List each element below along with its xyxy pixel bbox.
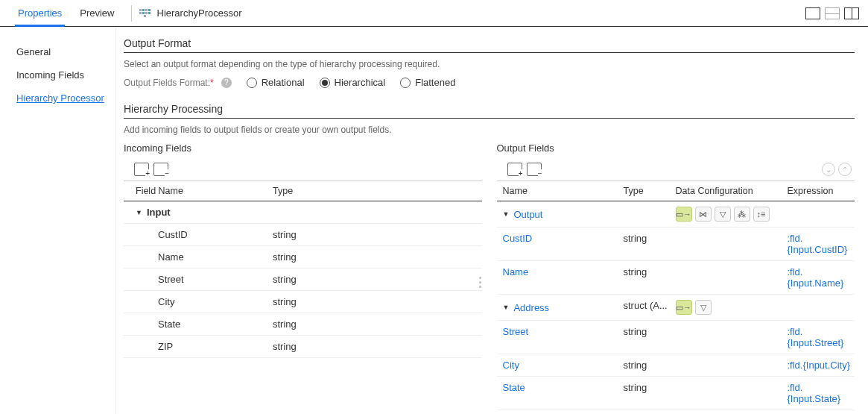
table-row[interactable]: Statestring [124,313,482,336]
collapse-all-output-icon[interactable] [527,163,542,176]
expression[interactable]: :fld.{Input.CustID} [788,233,848,255]
join-icon[interactable]: ⋈ [695,207,712,222]
sort-icon[interactable]: ↕≡ [753,207,770,222]
field-name: State [124,319,273,330]
sidebar-item-incoming-fields[interactable]: Incoming Fields [16,63,115,87]
table-row[interactable]: Streetstring [124,269,482,291]
expand-all-output-icon[interactable] [507,163,522,176]
group-icon[interactable]: ⁂ [734,207,750,222]
caret-down-icon: ▼ [503,304,510,311]
tab-properties[interactable]: Properties [9,0,71,26]
scroll-up-icon[interactable]: ⌃ [838,163,852,176]
expression[interactable]: :fld.{Input.City} [788,360,851,371]
field-name[interactable]: Name [503,266,529,277]
field-name[interactable]: Street [503,326,529,337]
expression[interactable]: :fld.{Input.Street} [788,326,844,348]
table-row[interactable]: Citystring:fld.{Input.City} [497,354,855,377]
output-header-data-config: Data Configuration [676,186,788,196]
layout-full-icon[interactable] [805,7,820,19]
output-root-row[interactable]: ▼Output ▭→ ⋈ ▽ ⁂ ↕≡ [497,201,855,228]
field-type: string [273,251,482,263]
data-source-icon[interactable]: ▭→ [676,300,692,315]
field-name[interactable]: CustID [503,233,533,244]
expression[interactable]: :fld.{Input.Name} [788,266,844,289]
sidebar-item-hierarchy-processor[interactable]: Hierarchy Processor [16,87,115,110]
field-type: string [273,296,482,307]
output-header-expression: Expression [788,186,855,196]
output-header-type: Type [624,186,676,196]
table-row[interactable]: CustIDstring [124,224,482,246]
output-fields-format-label: Output Fields Format:* [124,78,214,88]
hierarchy-processing-subtitle: Add incoming fields to output fields or … [124,125,855,135]
filter-icon[interactable]: ▽ [715,207,731,222]
field-name[interactable]: State [503,382,525,393]
help-icon[interactable]: ? [221,78,232,88]
field-type: string [273,319,482,330]
field-type: string [273,341,482,352]
table-row[interactable]: ▼Addressstruct (A...▭→▽ [497,295,855,321]
field-name[interactable]: Address [513,302,549,313]
incoming-root-row[interactable]: ▼Input [124,201,482,224]
collapse-all-icon[interactable] [153,163,168,176]
scroll-down-icon[interactable]: ⌄ [822,163,835,176]
table-row[interactable]: ZIPstring [124,336,482,358]
drag-handle-icon[interactable] [479,277,481,288]
radio-flattened[interactable]: Flattened [400,77,455,88]
filter-icon[interactable]: ▽ [695,300,712,315]
field-name: ZIP [124,341,273,352]
data-source-icon[interactable]: ▭→ [676,207,692,222]
output-format-subtitle: Select an output format depending on the… [124,59,855,69]
field-name: City [124,296,273,307]
field-name: Street [124,274,273,285]
radio-hierarchical[interactable]: Hierarchical [320,77,386,88]
layout-dual-icon[interactable] [844,7,859,19]
field-type: struct (A... [624,300,676,315]
incoming-fields-title: Incoming Fields [124,142,482,154]
table-row[interactable]: Namestring [124,246,482,269]
expand-all-icon[interactable] [134,163,149,176]
caret-down-icon: ▼ [136,209,142,216]
radio-relational[interactable]: Relational [247,77,305,88]
separator [131,5,132,22]
output-header-name: Name [497,186,624,196]
table-row[interactable]: Statestring:fld.{Input.State} [497,377,855,410]
processor-title: HierarchyProcessor [157,7,242,19]
sidebar-item-general[interactable]: General [16,40,115,63]
field-type: string [624,360,676,371]
field-type: string [624,326,676,348]
field-type: string [273,274,482,285]
table-row[interactable]: CustIDstring:fld.{Input.CustID} [497,228,855,261]
processor-icon [139,7,151,19]
caret-down-icon: ▼ [503,210,510,218]
output-fields-title: Output Fields [497,142,855,154]
field-type: string [624,382,676,404]
tab-preview[interactable]: Preview [71,0,123,26]
field-type: string [624,266,676,289]
field-name: Name [124,251,273,263]
incoming-header-type: Type [273,186,482,196]
field-type: string [624,233,676,255]
table-row[interactable]: ZIPstring:fld.{Input.ZIP} [497,410,855,414]
incoming-header-field-name: Field Name [124,186,273,196]
hierarchy-processing-title: Hierarchy Processing [124,103,855,119]
field-name[interactable]: City [503,360,519,371]
field-name: CustID [124,229,273,240]
expression[interactable]: :fld.{Input.State} [788,382,841,404]
table-row[interactable]: Namestring:fld.{Input.Name} [497,261,855,295]
output-format-title: Output Format [124,37,855,53]
table-row[interactable]: Streetstring:fld.{Input.Street} [497,321,855,354]
layout-split-icon[interactable] [825,7,840,19]
field-type: string [273,229,482,240]
table-row[interactable]: Citystring [124,291,482,313]
